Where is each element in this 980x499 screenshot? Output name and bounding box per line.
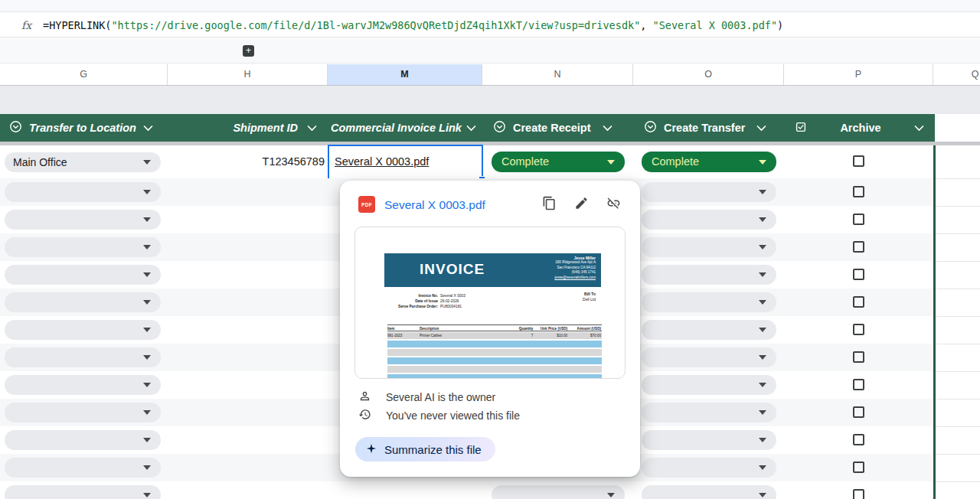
create-transfer-dropdown[interactable] <box>642 265 776 285</box>
transfer-location-dropdown[interactable] <box>5 210 161 230</box>
chevron-down-icon[interactable] <box>756 125 766 132</box>
invoice-stripe <box>387 349 602 356</box>
create-transfer-dropdown[interactable]: Complete <box>642 152 776 172</box>
archive-checkbox[interactable] <box>853 155 864 167</box>
column-letter-p[interactable]: P <box>784 64 933 85</box>
dropdown-caret-icon <box>143 465 151 470</box>
create-transfer-dropdown[interactable] <box>642 485 776 499</box>
transfer-location-dropdown[interactable] <box>5 182 161 202</box>
chevron-down-icon[interactable] <box>466 125 476 132</box>
chevron-down-icon[interactable] <box>143 125 153 132</box>
create-transfer-dropdown[interactable] <box>642 320 776 340</box>
popup-file-title-link[interactable]: Several X 0003.pdf <box>384 198 485 212</box>
create-transfer-dropdown[interactable] <box>642 403 776 422</box>
gridline <box>936 206 980 207</box>
create-transfer-dropdown[interactable] <box>642 292 776 312</box>
header-label: Create Transfer <box>664 122 745 134</box>
unlink-icon <box>606 196 621 214</box>
archive-checkbox[interactable] <box>853 406 864 418</box>
formula-input[interactable]: =HYPERLINK("https://drive.google.com/fil… <box>43 13 783 38</box>
create-receipt-dropdown[interactable]: Complete <box>492 152 625 172</box>
transfer-location-dropdown[interactable] <box>5 292 161 312</box>
transfer-location-dropdown[interactable] <box>5 347 161 367</box>
archive-checkbox[interactable] <box>853 461 864 473</box>
gridline <box>936 261 980 262</box>
create-transfer-dropdown[interactable] <box>642 210 776 230</box>
create-transfer-dropdown[interactable] <box>642 182 776 202</box>
column-letter-n[interactable]: N <box>482 64 633 85</box>
header-create-transfer[interactable]: Create Transfer <box>633 114 784 142</box>
gridline <box>936 316 980 317</box>
column-letter-h[interactable]: H <box>168 64 328 85</box>
column-letter-m[interactable]: M <box>328 64 482 85</box>
header-commercial-invoice-link[interactable]: Commercial Invoice Link <box>328 114 482 142</box>
dropdown-caret-icon <box>759 465 766 470</box>
column-letter-o[interactable]: O <box>633 64 784 85</box>
add-button[interactable]: + <box>243 45 254 57</box>
column-letter-q[interactable]: Q <box>933 64 980 85</box>
file-preview-thumbnail[interactable]: INVOICE Jesse Miller 180 Ridgewood Ave A… <box>354 227 626 379</box>
dropdown-caret-icon <box>759 493 766 497</box>
dropdown-caret-icon <box>143 300 151 305</box>
remove-link-button[interactable] <box>604 195 622 214</box>
archive-checkbox[interactable] <box>853 379 864 390</box>
transfer-location-dropdown[interactable] <box>5 430 161 450</box>
edit-link-button[interactable] <box>572 195 590 214</box>
viewed-text: You've never viewed this file <box>386 409 520 422</box>
invoice-link-cell[interactable]: Several X 0003.pdf <box>335 145 429 178</box>
archive-checkbox[interactable] <box>853 434 864 445</box>
gridline <box>936 399 980 400</box>
transfer-location-dropdown[interactable]: Main Office <box>5 152 161 172</box>
transfer-location-dropdown[interactable] <box>5 485 161 499</box>
create-transfer-dropdown[interactable] <box>642 347 776 367</box>
create-transfer-dropdown[interactable] <box>642 458 776 478</box>
summarize-file-button[interactable]: Summarize this file <box>355 437 495 461</box>
header-shipment-id[interactable]: Shipment ID <box>168 114 328 142</box>
copy-icon <box>542 196 557 214</box>
top-toolbar-strip <box>0 0 980 12</box>
chevron-down-icon[interactable] <box>914 125 924 132</box>
header-label: Shipment ID <box>233 122 298 134</box>
shipment-id-cell[interactable]: T123456789 <box>168 145 325 178</box>
dropdown-chip-icon <box>644 120 657 135</box>
header-label: Archive <box>840 122 880 134</box>
create-transfer-dropdown[interactable] <box>642 430 776 450</box>
archive-checkbox[interactable] <box>853 296 864 308</box>
create-transfer-dropdown[interactable] <box>642 375 776 395</box>
archive-checkbox[interactable] <box>853 351 864 363</box>
create-receipt-dropdown[interactable] <box>492 485 625 499</box>
transfer-location-dropdown[interactable] <box>5 265 161 285</box>
person-icon <box>358 390 371 405</box>
header-archive[interactable]: Archive <box>784 114 935 142</box>
archive-checkbox[interactable] <box>853 489 864 499</box>
transfer-location-dropdown[interactable] <box>5 237 161 257</box>
chevron-down-icon[interactable] <box>603 125 612 132</box>
header-transfer-to-location[interactable]: Transfer to Location <box>0 114 168 142</box>
invoice-meta-block: Invoice No.Several X 0003 Date of Issue2… <box>375 293 466 309</box>
dropdown-caret-icon <box>143 272 151 277</box>
dropdown-caret-icon <box>143 355 151 360</box>
chevron-down-icon[interactable] <box>307 125 317 132</box>
dropdown-caret-icon <box>759 410 766 415</box>
column-letter-g[interactable]: G <box>0 64 168 85</box>
dropdown-caret-icon <box>143 160 151 165</box>
dropdown-caret-icon <box>143 438 151 442</box>
transfer-location-dropdown[interactable] <box>5 458 161 478</box>
transfer-location-dropdown[interactable] <box>5 320 161 340</box>
archive-checkbox[interactable] <box>853 241 864 253</box>
archive-checkbox[interactable] <box>853 269 864 280</box>
link-preview-card: PDF Several X 0003.pdf INVOICE Jesse Mil… <box>340 181 640 477</box>
dropdown-caret-icon <box>143 190 151 194</box>
archive-checkbox[interactable] <box>853 324 864 335</box>
archive-checkbox[interactable] <box>853 214 864 225</box>
dropdown-caret-icon <box>759 160 766 165</box>
create-transfer-dropdown[interactable] <box>642 237 776 257</box>
copy-link-button[interactable] <box>540 195 558 214</box>
archive-checkbox[interactable] <box>853 186 864 197</box>
header-label: Commercial Invoice Link <box>331 122 462 134</box>
header-create-receipt[interactable]: Create Receipt <box>482 114 633 142</box>
invoice-link[interactable]: Several X 0003.pdf <box>335 155 429 168</box>
table-right-border <box>933 145 936 499</box>
transfer-location-dropdown[interactable] <box>5 403 161 422</box>
transfer-location-dropdown[interactable] <box>5 375 161 395</box>
